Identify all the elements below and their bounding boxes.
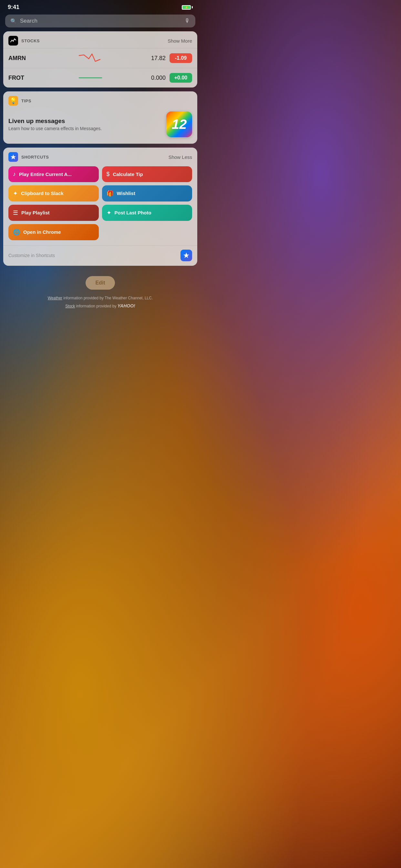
shortcuts-header-left: SHORTCUTS — [8, 152, 49, 162]
stock-price-amrn: 17.82 — [143, 55, 166, 62]
music-icon: ♪ — [13, 171, 16, 178]
weather-info: information provided by The Weather Chan… — [62, 296, 153, 300]
stocks-title: STOCKS — [21, 38, 40, 43]
shortcut-play-entire-label: Play Entire Current A... — [19, 172, 72, 177]
status-icons: ⚡ — [182, 5, 193, 10]
tips-title: TIPS — [21, 98, 31, 103]
yahoo-text: YAHOO! — [118, 303, 135, 308]
shortcut-play-entire[interactable]: ♪ Play Entire Current A... — [8, 166, 99, 182]
shortcut-clipboard-label: Clipboard to Slack — [21, 190, 64, 196]
stock-footer: Stock information provided by YAHOO! — [6, 302, 194, 310]
tips-app-icon: 💡 — [8, 96, 18, 105]
shortcut-calculate-tip[interactable]: $ Calculate Tip — [102, 166, 192, 182]
battery-body: ⚡ — [182, 5, 191, 10]
stock-row-frot: FROT 0.000 +0.00 — [3, 68, 197, 88]
shortcuts-widget: SHORTCUTS Show Less ♪ Play Entire Curren… — [3, 148, 197, 266]
stocks-header-left: STOCKS — [8, 36, 40, 45]
shortcut-wishlist[interactable]: 🎁 Wishlist — [102, 185, 192, 202]
shortcuts-grid: ♪ Play Entire Current A... $ Calculate T… — [3, 164, 197, 245]
stock-change-amrn: -1.09 — [169, 53, 192, 63]
stocks-widget-header: STOCKS Show More — [3, 31, 197, 48]
stock-ticker-amrn: AMRN — [8, 55, 37, 62]
clipboard-icon: ✦ — [13, 190, 18, 197]
stock-chart-frot — [37, 71, 143, 84]
microphone-icon[interactable]: 🎙 — [185, 18, 190, 24]
shortcut-post-last-photo[interactable]: ✦ Post Last Photo — [102, 205, 192, 221]
search-placeholder: Search — [20, 18, 181, 24]
shortcuts-footer-svg — [182, 252, 190, 259]
dollar-icon: $ — [106, 171, 110, 178]
edit-btn-container: Edit — [0, 270, 201, 295]
shortcut-wishlist-label: Wishlist — [117, 190, 135, 196]
stock-link[interactable]: Stock — [65, 304, 75, 308]
stock-chart-amrn — [37, 52, 143, 65]
edit-button[interactable]: Edit — [86, 276, 115, 290]
shortcut-open-in-chrome[interactable]: 🌐 Open in Chrome — [8, 224, 99, 240]
shortcuts-widget-header: SHORTCUTS Show Less — [3, 148, 197, 164]
screen: 9:41 ⚡ 🔍 Search 🎙 — [0, 0, 201, 434]
shortcut-post-last-photo-label: Post Last Photo — [115, 210, 151, 216]
search-bar[interactable]: 🔍 Search 🎙 — [5, 14, 195, 27]
tips-thumbnail: 12 — [166, 112, 192, 137]
photo-icon: ✦ — [106, 209, 112, 216]
status-time: 9:41 — [8, 4, 19, 11]
amrn-chart-svg — [78, 52, 103, 64]
shortcuts-app-icon — [8, 152, 18, 162]
search-bar-container: 🔍 Search 🎙 — [0, 13, 201, 31]
frot-chart-svg — [78, 72, 103, 84]
weather-link[interactable]: Weather — [48, 296, 62, 300]
gift-icon: 🎁 — [106, 190, 114, 197]
shortcuts-icon-svg — [10, 154, 17, 160]
stock-price-frot: 0.000 — [143, 74, 166, 82]
shortcut-chrome-label: Open in Chrome — [23, 229, 61, 235]
footer: Weather information provided by The Weat… — [0, 295, 201, 316]
stocks-widget: STOCKS Show More AMRN 17.82 -1.09 FROT — [3, 31, 197, 88]
tips-text-area: Liven up messages Learn how to use camer… — [8, 118, 161, 131]
tips-content: Liven up messages Learn how to use camer… — [3, 108, 197, 144]
stocks-app-icon — [8, 36, 18, 45]
shortcuts-footer: Customize in Shortcuts — [3, 245, 197, 266]
shortcuts-title: SHORTCUTS — [21, 155, 49, 159]
tips-headline: Liven up messages — [8, 118, 161, 125]
stock-change-frot: +0.00 — [169, 73, 192, 83]
customize-text: Customize in Shortcuts — [8, 253, 55, 258]
chrome-icon: 🌐 — [13, 228, 20, 236]
weather-footer: Weather information provided by The Weat… — [6, 295, 194, 302]
shortcut-play-playlist[interactable]: ☰ Play Playlist — [8, 205, 99, 221]
tips-widget: 💡 TIPS Liven up messages Learn how to us… — [3, 91, 197, 144]
battery-tip — [192, 6, 193, 8]
search-icon: 🔍 — [10, 18, 17, 24]
tips-header-left: 💡 TIPS — [8, 96, 31, 105]
shortcut-calculate-tip-label: Calculate Tip — [113, 172, 143, 177]
battery-bolt: ⚡ — [185, 6, 188, 9]
stocks-icon-svg — [10, 37, 17, 44]
shortcut-play-playlist-label: Play Playlist — [21, 210, 50, 216]
list-icon: ☰ — [13, 209, 18, 216]
shortcut-clipboard-to-slack[interactable]: ✦ Clipboard to Slack — [8, 185, 99, 202]
stock-info: information provided by — [75, 304, 117, 308]
stocks-show-more[interactable]: Show More — [167, 38, 192, 43]
stock-row-amrn: AMRN 17.82 -1.09 — [3, 48, 197, 68]
shortcuts-show-less[interactable]: Show Less — [168, 154, 192, 160]
shortcuts-footer-icon — [181, 250, 192, 261]
tips-subtext: Learn how to use camera effects in Messa… — [8, 126, 161, 131]
status-bar: 9:41 ⚡ — [0, 0, 201, 13]
tips-widget-header: 💡 TIPS — [3, 91, 197, 108]
battery-icon: ⚡ — [182, 5, 193, 10]
stock-ticker-frot: FROT — [8, 74, 37, 82]
